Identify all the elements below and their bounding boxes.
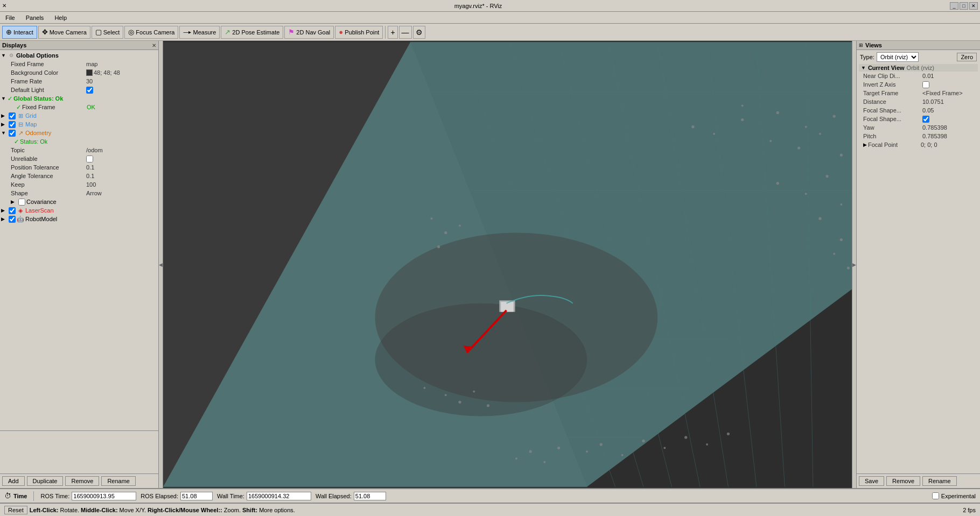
svg-point-53 [543, 461, 545, 463]
background-color-value[interactable]: 48; 48; 48 [94, 69, 120, 76]
target-frame-value[interactable]: <Fixed Frame> [922, 90, 963, 96]
grid-checkbox[interactable] [9, 112, 16, 119]
map-checkbox[interactable] [9, 121, 16, 128]
3d-viewport[interactable] [163, 41, 852, 488]
ros-elapsed-input[interactable] [180, 492, 213, 500]
global-status-arrow[interactable]: ▼ [1, 96, 8, 101]
settings-button[interactable]: ⚙ [413, 26, 425, 39]
odometry-keep-value[interactable]: 100 [86, 181, 96, 188]
wall-elapsed-input[interactable] [354, 492, 386, 500]
views-header: ⊞ Views [857, 41, 980, 50]
remove-button[interactable]: Remove [65, 476, 99, 486]
views-rename-button[interactable]: Rename [922, 476, 957, 486]
odometry-topic-value[interactable]: /odom [86, 147, 103, 153]
pose-estimate-icon: ↗ [225, 28, 230, 36]
svg-point-59 [423, 387, 425, 389]
displays-title: Displays [2, 42, 26, 48]
focal-shape1-value[interactable]: 0.05 [922, 107, 934, 114]
odometry-arrow[interactable]: ▼ [1, 130, 8, 136]
add-display-button[interactable]: + [388, 26, 397, 39]
global-options-arrow[interactable]: ▼ [1, 53, 8, 58]
measure-button[interactable]: —▸ Measure [179, 26, 220, 39]
svg-point-45 [621, 454, 624, 456]
views-zero-button[interactable]: Zero [957, 53, 977, 61]
pose-estimate-button[interactable]: ↗ 2D Pose Estimate [221, 26, 283, 39]
focal-point-row[interactable]: ▶ Focal Point 0; 0; 0 [859, 140, 978, 149]
menu-help[interactable]: Help [51, 13, 70, 22]
grid-row[interactable]: ▶ ⊞ Grid [0, 111, 158, 120]
nav-goal-button[interactable]: ⚑ 2D Nav Goal [284, 26, 334, 39]
odometry-shape-value[interactable]: Arrow [86, 190, 102, 196]
odometry-covariance-checkbox[interactable] [18, 199, 25, 206]
global-options-row[interactable]: ▼ ⚙ Global Options [0, 51, 158, 60]
fixed-frame-label: Fixed Frame [11, 61, 86, 67]
odometry-angle-tol-value[interactable]: 0.1 [86, 173, 94, 179]
map-icon: ⊟ [17, 121, 24, 128]
focus-camera-button[interactable]: ◎ Focus Camera [124, 26, 178, 39]
svg-point-31 [741, 104, 744, 107]
experimental-checkbox[interactable] [932, 492, 939, 499]
laser-scan-arrow[interactable]: ▶ [1, 208, 8, 213]
select-button[interactable]: ▢ Select [92, 26, 124, 39]
odometry-covariance-row[interactable]: ▶ Covariance [0, 197, 158, 206]
views-remove-button[interactable]: Remove [886, 476, 920, 486]
views-type-select[interactable]: Orbit (rviz) [877, 52, 919, 62]
frame-rate-value[interactable]: 30 [86, 78, 93, 84]
laser-scan-row[interactable]: ▶ ◈ LaserScan [0, 206, 158, 215]
window-controls[interactable]: _ □ ✕ [950, 2, 978, 10]
menu-panels[interactable]: Panels [23, 13, 47, 22]
svg-point-56 [458, 401, 461, 404]
focal-point-arrow[interactable]: ▶ [863, 142, 867, 147]
global-status-row[interactable]: ▼ ✓ Global Status: Ok [0, 94, 158, 103]
near-clip-value[interactable]: 0.01 [922, 73, 934, 79]
nav-goal-label: 2D Nav Goal [296, 29, 330, 36]
odometry-checkbox[interactable] [9, 130, 16, 137]
displays-close-button[interactable]: ✕ [152, 43, 156, 48]
invert-z-checkbox[interactable] [922, 81, 929, 88]
pitch-value[interactable]: 0.785398 [922, 133, 947, 139]
remove-display-button[interactable]: — [399, 26, 412, 39]
left-collapse-handle[interactable]: ◀ [159, 41, 163, 488]
svg-point-32 [776, 111, 779, 114]
publish-point-label: Publish Point [345, 29, 379, 36]
publish-point-button[interactable]: ● Publish Point [335, 26, 383, 39]
odometry-angle-tol-label: Angle Tolerance [11, 173, 86, 179]
current-view-header[interactable]: ▼ Current View Orbit (rviz) [859, 64, 978, 72]
odometry-topic-label: Topic [11, 147, 86, 153]
wall-time-input[interactable] [247, 492, 311, 500]
views-save-button[interactable]: Save [859, 476, 884, 486]
laser-scan-checkbox[interactable] [9, 207, 16, 214]
robot-model-checkbox[interactable] [9, 216, 16, 223]
robot-model-row[interactable]: ▶ 🤖 RobotModel [0, 215, 158, 223]
reset-button[interactable]: Reset [4, 506, 27, 514]
rename-button[interactable]: Rename [101, 476, 136, 486]
close-button[interactable]: ✕ [969, 2, 978, 10]
ros-time-input[interactable] [72, 492, 136, 500]
maximize-button[interactable]: □ [960, 2, 968, 10]
map-row[interactable]: ▶ ⊟ Map [0, 120, 158, 129]
displays-header: Displays ✕ [0, 41, 158, 50]
odometry-row[interactable]: ▼ ↗ Odometry [0, 129, 158, 137]
move-camera-button[interactable]: ✥ Move Camera [38, 26, 90, 39]
focal-shape2-checkbox[interactable] [922, 116, 929, 123]
background-color-swatch[interactable] [86, 69, 93, 76]
distance-value[interactable]: 10.0751 [922, 98, 944, 105]
interact-button[interactable]: ⊕ Interact [2, 26, 37, 39]
right-collapse-handle[interactable]: ▶ [852, 41, 856, 488]
move-camera-icon: ✥ [42, 28, 48, 36]
fixed-frame-value[interactable]: map [86, 61, 97, 67]
duplicate-button[interactable]: Duplicate [27, 476, 64, 486]
default-light-checkbox[interactable] [86, 87, 93, 94]
robot-model-arrow[interactable]: ▶ [1, 216, 8, 222]
menu-file[interactable]: File [2, 13, 18, 22]
odometry-pos-tol-value[interactable]: 0.1 [86, 164, 94, 171]
add-button[interactable]: Add [2, 476, 25, 486]
map-arrow[interactable]: ▶ [1, 122, 8, 127]
yaw-value[interactable]: 0.785398 [922, 124, 947, 131]
minimize-button[interactable]: _ [950, 2, 958, 10]
odometry-unreliable-checkbox[interactable] [86, 155, 93, 162]
invert-z-row: Invert Z Axis [859, 80, 978, 89]
map-label: Map [25, 121, 158, 128]
grid-arrow[interactable]: ▶ [1, 113, 8, 118]
odometry-covariance-arrow[interactable]: ▶ [11, 199, 17, 204]
